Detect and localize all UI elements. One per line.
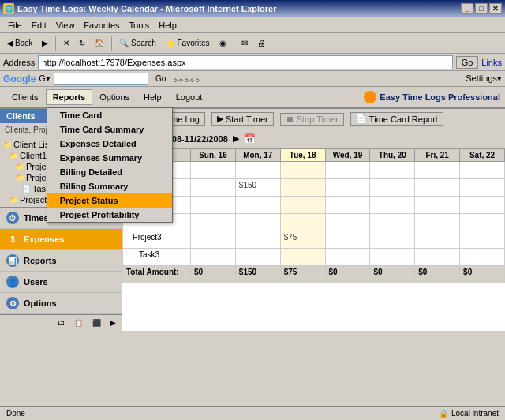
status-text: Done [6,409,25,418]
calendar-header: ◀ 11/16/2008-11/22/2008 ▶ 📅 [122,129,505,148]
total-tue: $75 [280,266,325,283]
total-thu: $0 [370,266,415,283]
nav-options-item[interactable]: ⚙ Options [0,293,122,314]
menu-tools[interactable]: Tools [125,19,155,32]
google-options: ⬦⬦⬦⬦⬦ [173,74,200,84]
status-right: 🔒 Local intranet [439,409,499,418]
app-nav: Clients Reports Time Card Time Card Summ… [5,89,209,105]
links-label: Links [481,58,502,67]
menu-view[interactable]: View [51,19,80,32]
col-tue18: Tue, 18 [280,149,325,162]
google-go-button[interactable]: Go [152,72,170,85]
menu-edit[interactable]: Edit [27,19,51,32]
security-icon: 🔒 [439,409,448,418]
nav-expenses[interactable]: $ Expenses [0,229,122,250]
media-button[interactable]: ◉ [215,36,230,50]
nav-help[interactable]: Help [137,89,169,105]
users-icon: 👤 [6,276,19,288]
content-area: ➕ Add Time Log ▶ Start Timer ⏹ Stop Time… [122,109,505,331]
total-row: Total Amount: $0 $150 $75 $0 $0 $0 $0 [123,266,505,283]
dropdown-billing-summary[interactable]: Billing Summary [47,179,172,193]
title-bar: 🌐 Easy Time Logs: Weekly Calendar - Micr… [0,0,505,17]
bottom-nav: ⏱ Timesheet $ Expenses 📊 Reports 👤 Users… [0,207,122,314]
dropdown-time-card[interactable]: Time Card [47,108,172,122]
ie-menubar: File Edit View Favorites Tools Help [0,17,505,33]
search-button[interactable]: 🔍 Search [115,36,159,50]
dropdown-project-status[interactable]: Project Status [47,193,172,208]
col-sat22: Sat, 22 [460,149,505,162]
mail-button[interactable]: ✉ [238,36,252,50]
home-button[interactable]: 🏠 [91,36,108,50]
dropdown-expenses-summary[interactable]: Expenses Summary [47,151,172,165]
total-sun: $0 [191,266,236,283]
stop-icon: ⏹ [286,114,294,124]
table-row: Task1 [123,197,505,214]
col-sun16: Sun, 16 [191,149,236,162]
options-icon: ⚙ [6,297,19,309]
dropdown-project-profitability[interactable]: Project Profitability [47,208,172,222]
col-mon17: Mon, 17 [235,149,280,162]
nav-reports[interactable]: 📊 Reports [0,250,122,272]
report-icon: 📄 [356,114,367,124]
nav-options[interactable]: Options [92,89,137,105]
google-bar: Google G▾ Go ⬦⬦⬦⬦⬦ Settings▾ [0,71,505,87]
go-button[interactable]: Go [456,56,479,69]
total-wed: $0 [325,266,370,283]
reports-icon: 📊 [6,254,19,267]
cal-next[interactable]: ▶ [233,133,239,144]
ie-toolbar: ◀ Back ▶ ✕ ↻ 🏠 🔍 Search ⭐ Favorites ◉ ✉ … [0,33,505,54]
google-label: G▾ [39,73,50,84]
users-label: Users [24,277,48,287]
calendar-grid: Projects Sun, 16 Mon, 17 Tue, 18 Wed, 19… [122,148,505,283]
settings-label[interactable]: Settings▾ [466,73,502,84]
content-toolbar: ➕ Add Time Log ▶ Start Timer ⏹ Stop Time… [122,109,505,129]
menu-help[interactable]: Help [154,19,181,32]
nav-reports[interactable]: Reports Time Card Time Card Summary Expe… [46,89,93,105]
cell-project: Task3 [123,249,191,266]
favorites-button[interactable]: ⭐ Favorites [162,36,214,50]
timesheet-icon: ⏱ [6,212,19,224]
nav-clients[interactable]: Clients [5,89,46,105]
reports-dropdown: Time Card Time Card Summary Expenses Det… [47,107,173,223]
refresh-button[interactable]: ↻ [75,36,89,50]
col-thu20: Thu, 20 [370,149,415,162]
app-title: Easy Time Logs Professional [380,92,500,102]
app-icon: 🌐 [3,3,14,14]
start-timer-button[interactable]: ▶ Start Timer [211,112,274,126]
sidebar-tool-btn3[interactable]: ⬛ [88,317,105,329]
sidebar-tool-btn4[interactable]: ▶ [107,317,120,329]
dropdown-time-card-summary[interactable]: Time Card Summary [47,122,172,137]
table-row: t1 [123,214,505,231]
address-input[interactable] [38,55,452,69]
sidebar-bottom-tools: 🗂 📋 ⬛ ▶ [0,314,122,331]
expenses-icon: $ [6,233,19,246]
stop-timer-button[interactable]: ⏹ Stop Timer [280,113,344,126]
back-button[interactable]: ◀ Back [3,36,36,50]
app-toolbar: Clients Reports Time Card Time Card Summ… [0,87,505,109]
status-bar: Done 🔒 Local intranet [0,406,505,420]
nav-logout[interactable]: Logout [169,89,210,105]
menu-file[interactable]: File [3,19,27,32]
google-logo: Google [3,73,36,84]
menu-favorites[interactable]: Favorites [79,19,124,32]
print-button[interactable]: 🖨 [253,36,269,50]
minimize-button[interactable]: _ [461,3,473,14]
cal-icon[interactable]: 📅 [244,133,256,144]
table-row: Project3 $75 [123,231,505,249]
close-button[interactable]: ✕ [489,3,502,14]
total-sat: $0 [460,266,505,283]
nav-users[interactable]: 👤 Users [0,272,122,293]
forward-button[interactable]: ▶ [38,36,52,50]
maximize-button[interactable]: □ [475,3,488,14]
sidebar-tool-btn1[interactable]: 🗂 [54,317,69,329]
google-search-input[interactable] [54,73,148,85]
dropdown-billing-detailed[interactable]: Billing Detailed [47,165,172,179]
table-row: t1 [123,162,505,179]
sidebar-tool-btn2[interactable]: 📋 [70,317,87,329]
time-card-report-button[interactable]: 📄 Time Card Report [350,112,443,126]
dropdown-expenses-detailed[interactable]: Expenses Detailed [47,137,172,151]
calendar-table: Projects Sun, 16 Mon, 17 Tue, 18 Wed, 19… [122,148,505,331]
expenses-label: Expenses [24,234,64,244]
cell-project: Project3 [123,231,191,249]
stop-button[interactable]: ✕ [59,36,73,50]
